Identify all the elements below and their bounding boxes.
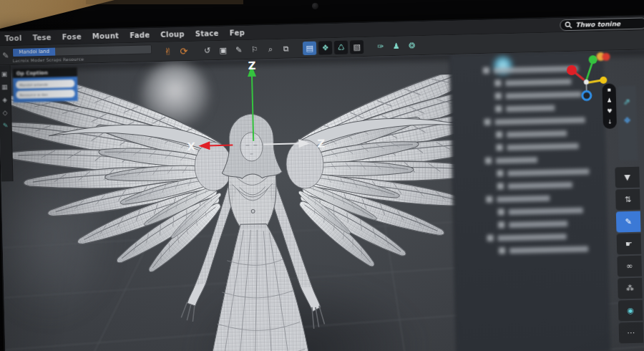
figure-tool[interactable]: ♟ xyxy=(389,39,403,52)
gizmo-label-z-right: Z xyxy=(317,137,325,150)
search-icon xyxy=(565,21,572,28)
spray-tool[interactable]: ⁂ xyxy=(618,278,643,299)
undo-tool[interactable]: ↺ xyxy=(200,44,214,57)
list-item[interactable] xyxy=(499,245,598,254)
transform-gizmo[interactable]: Z X Z xyxy=(180,57,361,161)
draw-tool[interactable]: ✎ xyxy=(616,211,641,233)
gizmo-label-z-up: Z xyxy=(248,59,255,72)
user-icon[interactable]: ♟ xyxy=(607,98,612,104)
list-item[interactable] xyxy=(497,181,597,189)
properties-popup: Op Coption Mandel anlande Resource w das xyxy=(13,67,78,102)
menu-item-1[interactable]: Tese xyxy=(32,34,51,42)
desk-background-strip xyxy=(86,0,243,4)
pen-icon[interactable]: ✎ xyxy=(3,122,9,129)
annotate-pen-icon[interactable]: ✎ xyxy=(2,51,9,60)
right-tool-strip: ▼ ⇅ ✎ ☛ ∞ ⁂ ◉ ⋯ xyxy=(615,167,643,351)
list-item[interactable] xyxy=(487,232,598,241)
square-icon[interactable]: ▪ xyxy=(607,87,611,93)
search-text: Thwo tonine xyxy=(575,20,620,29)
link-tool[interactable]: ∞ xyxy=(617,256,642,277)
quick-actions-pill: ▪ ♟ ♥ ↓ xyxy=(602,83,617,128)
duplicate-tool[interactable]: ⧉ xyxy=(279,42,293,55)
more-tool[interactable]: ⋯ xyxy=(619,322,644,344)
list-item[interactable] xyxy=(495,103,595,112)
rotate-tool[interactable]: ⟳ xyxy=(177,44,190,57)
nodes-icon[interactable]: ❖ xyxy=(623,116,631,125)
object-name-selection: Mandoi land xyxy=(13,47,55,56)
menu-item-5[interactable]: Cloup xyxy=(160,30,185,39)
list-item[interactable] xyxy=(484,116,595,125)
cube-tool[interactable]: ❂ xyxy=(405,39,419,52)
share-icon[interactable]: ⇗ xyxy=(623,97,630,106)
menu-item-4[interactable]: Fade xyxy=(130,31,150,39)
frame-tool[interactable]: ▣ xyxy=(216,43,230,57)
pen-tool[interactable]: ✎ xyxy=(232,43,245,57)
object-field-cluster: Mandoi land Lacroix Moder Scraps Resourc… xyxy=(12,44,152,63)
record-badge[interactable] xyxy=(596,50,615,62)
gizmo-label-x: X xyxy=(187,140,195,153)
menu-item-0[interactable]: Tool xyxy=(5,34,22,43)
zoom-tool[interactable]: ⌕ xyxy=(263,42,277,56)
popup-selected-block[interactable]: Mandel anlande Resource w das xyxy=(13,77,78,102)
search-input[interactable]: Thwo tonine xyxy=(560,17,644,31)
axis-z-ball[interactable] xyxy=(600,77,607,84)
desk-background xyxy=(0,0,122,30)
image-tool[interactable]: ▧ xyxy=(350,40,364,54)
list-item[interactable] xyxy=(498,206,597,215)
target-tool[interactable]: ◉ xyxy=(618,300,643,322)
hand-pointer-tool[interactable]: ☛ xyxy=(617,234,642,255)
menu-item-3[interactable]: Mount xyxy=(92,32,119,40)
monitor-photo: Tool Tese Fose Mount Fade Cloup Stace Fe… xyxy=(0,0,644,351)
app-window: Tool Tese Fose Mount Fade Cloup Stace Fe… xyxy=(0,16,644,351)
delete-tool[interactable]: ♺ xyxy=(334,40,348,54)
swap-tool[interactable]: ⇅ xyxy=(615,189,640,211)
grid-icon[interactable]: ▦ xyxy=(1,84,8,90)
filter-tool[interactable]: ▼ xyxy=(615,167,640,188)
menu-item-6[interactable]: Stace xyxy=(195,29,219,38)
axis-neg-ball[interactable] xyxy=(582,91,591,100)
list-item[interactable] xyxy=(498,219,597,228)
heart-icon[interactable]: ♥ xyxy=(607,109,612,115)
menu-item-7[interactable]: Fep xyxy=(230,29,245,37)
list-item[interactable] xyxy=(485,155,596,164)
viewport-tool[interactable]: ❖ xyxy=(318,41,332,54)
edge-mini-panel: ⇗ ❖ xyxy=(618,86,638,161)
download-icon[interactable]: ↓ xyxy=(608,120,613,125)
frame-icon[interactable]: ▣ xyxy=(1,71,8,77)
viewport-3d[interactable]: Z X Z xyxy=(0,49,644,351)
brush-tool[interactable]: ✑ xyxy=(374,39,387,53)
list-item[interactable] xyxy=(496,142,595,150)
hand-tool[interactable]: ✌ xyxy=(161,44,175,58)
webcam-dot xyxy=(312,3,318,9)
tag-tool[interactable]: ⚐ xyxy=(248,42,261,56)
search-area: Thwo tonine ✕ xyxy=(560,16,644,31)
axis-center-ball xyxy=(584,80,589,85)
popup-field-2[interactable]: Resource w das xyxy=(16,90,74,99)
list-item[interactable] xyxy=(497,168,596,176)
list-item[interactable] xyxy=(486,193,597,203)
folder-tool[interactable]: ▤ xyxy=(303,41,316,54)
gem-icon[interactable]: ◇ xyxy=(3,110,8,116)
list-item[interactable] xyxy=(496,129,595,138)
menu-item-2[interactable]: Fose xyxy=(62,33,82,42)
gem-filled-icon[interactable]: ◈ xyxy=(2,97,7,103)
popup-field-1[interactable]: Mandel anlande xyxy=(16,80,74,89)
